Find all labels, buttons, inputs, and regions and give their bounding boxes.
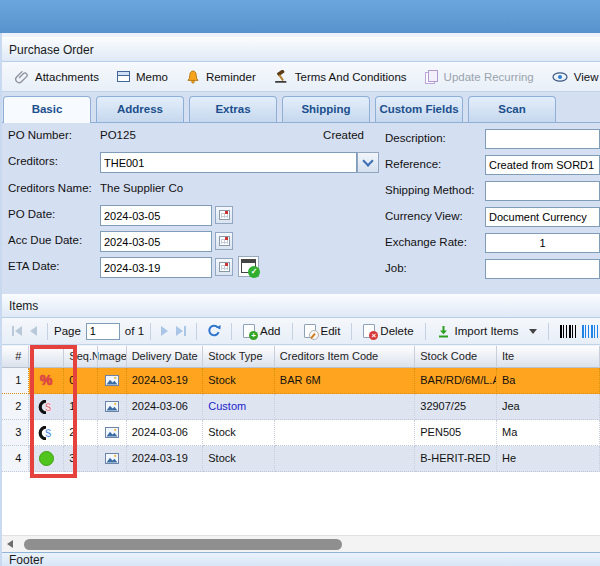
eta-confirm-calendar-button[interactable]: ✓ bbox=[238, 256, 259, 277]
table-row[interactable]: 3 $ 2 2024-03-06 Stock PEN505 Ma bbox=[0, 420, 600, 446]
col-item[interactable]: Ite bbox=[497, 346, 600, 368]
last-page-icon bbox=[184, 326, 186, 336]
refresh-button[interactable] bbox=[207, 324, 221, 338]
col-stock-type[interactable]: Stock Type bbox=[203, 346, 275, 368]
image-cell bbox=[98, 420, 127, 446]
exchange-rate-input[interactable] bbox=[485, 233, 600, 253]
shipping-method-label: Shipping Method: bbox=[385, 184, 475, 196]
tab-scan[interactable]: Scan bbox=[468, 96, 556, 122]
eta-date-calendar-button[interactable] bbox=[215, 258, 233, 276]
table-row[interactable]: 4 3 2024-03-19 Stock B-HERIT-RED He bbox=[0, 446, 600, 472]
delete-button[interactable]: × Delete bbox=[358, 320, 418, 342]
acc-due-date-calendar-button[interactable] bbox=[215, 232, 233, 250]
status-cell: $ bbox=[29, 420, 64, 446]
description-label: Description: bbox=[385, 132, 446, 144]
creditors-item-code-cell bbox=[275, 420, 415, 446]
prev-page-button[interactable] bbox=[30, 326, 37, 336]
col-image[interactable]: Image bbox=[98, 346, 127, 368]
shipping-method-input[interactable] bbox=[485, 181, 600, 201]
refresh-icon bbox=[207, 324, 221, 338]
purchase-order-title: Purchase Order bbox=[9, 43, 94, 57]
status-cell bbox=[29, 446, 64, 472]
view-stock-button[interactable]: View Sto bbox=[543, 65, 600, 89]
row-number: 1 bbox=[0, 368, 29, 394]
col-row-number[interactable]: # bbox=[0, 346, 29, 368]
calendar-icon bbox=[219, 236, 230, 246]
exchange-rate-label: Exchange Rate: bbox=[385, 236, 467, 248]
toolbar-separator bbox=[425, 323, 426, 340]
attachments-button[interactable]: Attachments bbox=[6, 65, 108, 89]
import-items-button[interactable]: Import Items bbox=[432, 320, 542, 342]
last-page-button[interactable] bbox=[176, 326, 186, 336]
memo-label: Memo bbox=[136, 71, 168, 83]
tab-shipping[interactable]: Shipping bbox=[282, 96, 370, 122]
col-delivery-date[interactable]: Delivery Date bbox=[127, 346, 204, 368]
next-page-button[interactable] bbox=[161, 326, 168, 336]
scroll-left-arrow-icon[interactable] bbox=[7, 540, 13, 548]
basic-tab-panel: Basic Address Extras Shipping Custom Fie… bbox=[0, 92, 600, 294]
job-label: Job: bbox=[385, 262, 407, 274]
add-button[interactable]: + Add bbox=[238, 320, 285, 342]
tab-address[interactable]: Address bbox=[96, 96, 184, 122]
first-page-button[interactable] bbox=[12, 326, 22, 336]
item-cell: Ba bbox=[497, 368, 600, 394]
page-number-input[interactable] bbox=[86, 323, 120, 340]
po-date-input[interactable] bbox=[100, 205, 212, 226]
acc-due-date-label: Acc Due Date: bbox=[8, 234, 82, 246]
picture-icon bbox=[105, 375, 119, 386]
description-input[interactable] bbox=[485, 129, 600, 149]
row-number: 4 bbox=[0, 446, 29, 472]
creditors-dropdown-button[interactable] bbox=[357, 152, 379, 173]
update-recurring-button: Update Recurring bbox=[416, 65, 543, 89]
col-seq-no[interactable]: Seq.No bbox=[64, 346, 97, 368]
col-status[interactable] bbox=[29, 346, 64, 368]
reminder-button[interactable]: Reminder bbox=[177, 65, 265, 89]
col-stock-code[interactable]: Stock Code bbox=[415, 346, 497, 368]
po-date-calendar-button[interactable] bbox=[215, 206, 233, 224]
currency-view-input[interactable] bbox=[485, 207, 600, 227]
price-blue-icon: $ bbox=[38, 426, 54, 440]
scrollbar-thumb[interactable] bbox=[24, 539, 342, 550]
barcode-black-button[interactable] bbox=[560, 325, 577, 338]
tab-strip: Basic Address Extras Shipping Custom Fie… bbox=[3, 96, 556, 123]
pencil-badge bbox=[309, 330, 319, 340]
page-label: Page bbox=[54, 325, 81, 337]
image-cell bbox=[98, 368, 127, 394]
tab-basic[interactable]: Basic bbox=[3, 96, 91, 123]
paperclip-icon bbox=[15, 70, 29, 84]
price-red-icon: $ bbox=[38, 400, 54, 414]
stock-code-cell: B-HERIT-RED bbox=[415, 446, 497, 472]
horizontal-scrollbar[interactable] bbox=[0, 535, 600, 552]
triangle-right-icon bbox=[176, 326, 183, 336]
eta-date-input[interactable] bbox=[100, 257, 212, 278]
col-creditors-item-code[interactable]: Creditors Item Code bbox=[275, 346, 415, 368]
toolbar-separator bbox=[548, 323, 549, 340]
picture-icon bbox=[105, 453, 119, 464]
acc-due-date-input[interactable] bbox=[100, 231, 212, 252]
job-input[interactable] bbox=[485, 259, 600, 279]
green-circle-icon bbox=[39, 451, 54, 466]
triangle-left-icon bbox=[15, 326, 22, 336]
table-row[interactable]: 1 % 0 2024-03-19 Stock BAR 6M BAR/RD/6M/… bbox=[0, 368, 600, 394]
picture-icon bbox=[105, 427, 119, 438]
picture-icon bbox=[105, 401, 119, 412]
dropdown-caret-icon bbox=[529, 329, 537, 334]
add-document-icon: + bbox=[243, 324, 255, 338]
tab-extras[interactable]: Extras bbox=[189, 96, 277, 122]
items-grid-toolbar: Page of 1 + Add Edit × Delete Import Ite… bbox=[0, 318, 600, 345]
row-number: 3 bbox=[0, 420, 29, 446]
barcode-blue-button[interactable] bbox=[582, 325, 599, 338]
memo-button[interactable]: Memo bbox=[108, 65, 177, 89]
creditors-input[interactable] bbox=[100, 152, 357, 173]
stock-type-cell: Custom bbox=[203, 394, 275, 420]
reference-input[interactable] bbox=[485, 155, 600, 175]
status-cell: $ bbox=[29, 394, 64, 420]
seq-cell: 0 bbox=[64, 368, 97, 394]
tab-custom-fields[interactable]: Custom Fields bbox=[375, 96, 463, 122]
memo-icon bbox=[117, 71, 130, 82]
terms-and-conditions-button[interactable]: Terms And Conditions bbox=[265, 65, 416, 89]
items-grid: # Seq.No Image Delivery Date Stock Type … bbox=[0, 346, 600, 535]
import-items-label: Import Items bbox=[455, 325, 519, 337]
table-row[interactable]: 2 $ 1 2024-03-06 Custom 32907/25 Jea bbox=[0, 394, 600, 420]
edit-button[interactable]: Edit bbox=[299, 320, 346, 342]
